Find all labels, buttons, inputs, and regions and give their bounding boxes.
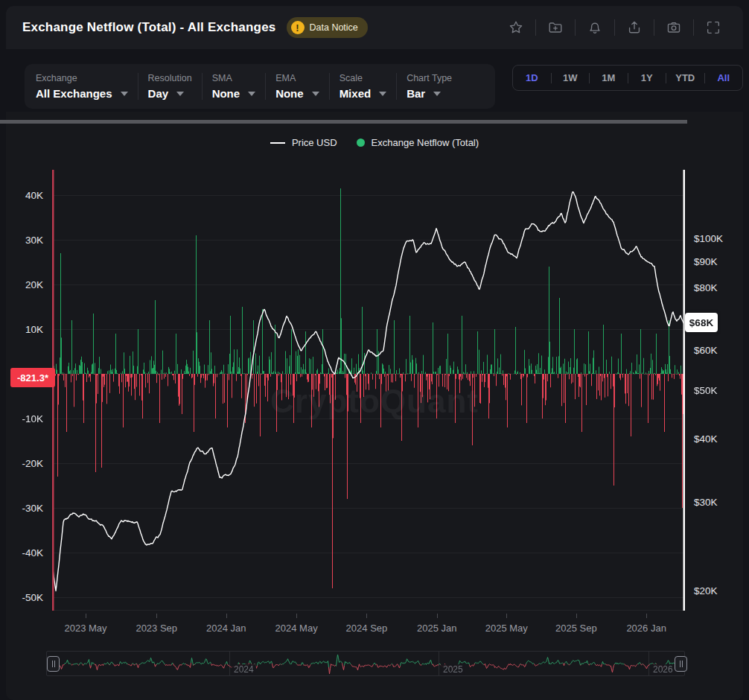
control-ema[interactable]: EMANone — [265, 73, 329, 100]
x-axis-label: 2025 Sep — [555, 623, 597, 634]
control-value: Day — [148, 87, 192, 100]
share-icon[interactable] — [626, 19, 643, 36]
page-title: Exchange Netflow (Total) - All Exchanges — [22, 20, 276, 35]
selected-value: Mixed — [340, 87, 372, 100]
chart-legend: Price USDExchange Netflow (Total) — [0, 137, 749, 148]
x-axis-label: 2023 Sep — [136, 623, 177, 634]
x-axis-tick — [226, 614, 227, 618]
range-navigator[interactable]: 202420252026 — [46, 651, 685, 676]
x-axis-label: 2023 May — [65, 623, 107, 634]
divider — [654, 19, 654, 36]
control-value: All Exchanges — [36, 87, 128, 100]
control-sma[interactable]: SMANone — [202, 73, 266, 100]
navigator-right-handle[interactable] — [675, 656, 687, 672]
x-axis-label: 2024 Jan — [206, 623, 246, 634]
control-exchange[interactable]: ExchangeAll Exchanges — [26, 73, 138, 100]
left-axis-tick: -20K — [4, 458, 43, 469]
right-axis-tick: $40K — [694, 433, 718, 445]
selected-value: None — [275, 87, 304, 100]
selected-value: Bar — [407, 87, 425, 100]
legend-item-exchange-netflow-total[interactable]: Exchange Netflow (Total) — [357, 137, 479, 148]
selected-value: Day — [148, 87, 169, 100]
x-axis-tick — [437, 614, 438, 618]
legend-item-price-usd[interactable]: Price USD — [270, 137, 337, 148]
control-scale[interactable]: ScaleMixed — [329, 73, 397, 100]
legend-label: Price USD — [292, 137, 337, 148]
chevron-down-icon — [312, 92, 319, 96]
line-marker-icon — [270, 142, 285, 144]
right-axis-tick: $60K — [694, 345, 718, 356]
left-axis-tick: 20K — [4, 279, 43, 290]
navigator-year-divider — [229, 652, 230, 675]
navigator-year-label: 2025 — [441, 664, 465, 675]
control-value: None — [275, 87, 319, 100]
x-axis-label: 2025 Jan — [417, 623, 457, 634]
selected-value: All Exchanges — [36, 87, 112, 100]
exclamation-icon: ! — [291, 21, 305, 34]
chevron-down-icon — [176, 92, 184, 96]
data-notice-badge[interactable]: ! Data Notice — [287, 17, 368, 38]
x-axis-tick — [646, 614, 647, 618]
x-axis-tick — [366, 614, 367, 618]
right-axis-tick: $30K — [694, 496, 718, 507]
control-label: Resolution — [148, 73, 192, 83]
control-value: Mixed — [340, 87, 387, 100]
right-axis-tick: $100K — [694, 233, 723, 244]
bell-icon[interactable] — [587, 19, 603, 36]
chevron-down-icon — [433, 92, 441, 96]
control-label: Exchange — [36, 73, 128, 83]
right-axis-tick: $90K — [694, 255, 718, 267]
range-1y[interactable]: 1Y — [628, 72, 666, 83]
control-resolution[interactable]: ResolutionDay — [138, 73, 202, 100]
divider — [575, 19, 576, 36]
left-axis-tick: 40K — [4, 190, 43, 201]
x-axis-tick — [156, 614, 157, 618]
navigator-year-label: 2024 — [232, 664, 256, 675]
folder-add-icon[interactable] — [547, 19, 564, 36]
fullscreen-icon[interactable] — [705, 19, 721, 36]
range-all[interactable]: All — [705, 72, 743, 83]
left-axis-tick: -10K — [4, 413, 43, 424]
x-axis-label: 2024 May — [275, 623, 318, 634]
right-axis-tick: $50K — [694, 384, 718, 395]
chevron-down-icon — [248, 92, 255, 96]
time-range-selector: 1D1W1M1YYTDAll — [512, 65, 743, 91]
cryptoquant-app: Exchange Netflow (Total) - All Exchanges… — [0, 0, 749, 700]
chart-settings-toolbar: ExchangeAll ExchangesResolutionDaySMANon… — [25, 64, 495, 109]
divider — [535, 19, 536, 36]
navigator-year-divider — [439, 652, 439, 675]
range-1w[interactable]: 1W — [552, 72, 590, 83]
header: Exchange Netflow (Total) - All Exchanges… — [6, 6, 743, 49]
control-value: Bar — [407, 87, 452, 100]
netflow-chart-canvas[interactable] — [52, 170, 685, 611]
navigator-year-label: 2026 — [651, 664, 675, 675]
right-axis-tick: $80K — [694, 281, 718, 293]
right-axis-tick: $20K — [694, 585, 718, 596]
star-icon[interactable] — [508, 19, 524, 36]
range-1d[interactable]: 1D — [513, 72, 551, 83]
data-notice-label: Data Notice — [310, 22, 358, 33]
last-price-value-badge: $68K — [685, 313, 718, 332]
x-axis-label: 2025 May — [485, 623, 528, 634]
range-1m[interactable]: 1M — [590, 72, 628, 83]
navigator-sparkline-canvas[interactable] — [47, 652, 684, 675]
range-ytd[interactable]: YTD — [666, 72, 704, 83]
control-chart-type[interactable]: Chart TypeBar — [396, 73, 462, 100]
header-actions — [497, 6, 733, 49]
x-axis-label: 2024 Sep — [346, 623, 388, 634]
x-axis-tick — [296, 614, 297, 618]
last-netflow-value-badge: -821.3* — [10, 368, 55, 387]
horizontal-scrollbar[interactable] — [0, 120, 687, 124]
left-axis-tick: 10K — [4, 324, 43, 335]
left-axis-tick: 30K — [4, 235, 43, 246]
x-axis-label: 2026 Jan — [626, 623, 666, 634]
control-value: None — [212, 87, 256, 100]
navigator-year-divider — [648, 652, 649, 675]
chevron-down-icon — [121, 92, 128, 96]
selected-value: None — [212, 87, 240, 100]
navigator-left-handle[interactable] — [47, 656, 60, 672]
x-axis-tick — [506, 614, 507, 618]
camera-icon[interactable] — [666, 19, 682, 36]
dot-marker-icon — [357, 139, 365, 147]
divider — [614, 19, 615, 36]
